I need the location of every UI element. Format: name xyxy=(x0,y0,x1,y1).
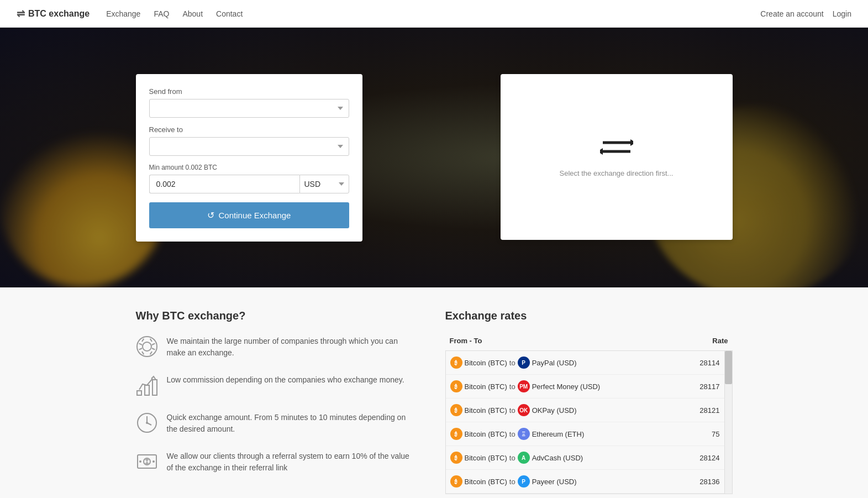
main-content: Why BTC exchange? xyxy=(103,287,766,498)
brand-name: BTC exchange xyxy=(28,9,90,19)
scrollbar-thumb[interactable] xyxy=(725,351,732,384)
hero-section: Send from Receive to Min amount 0.002 BT… xyxy=(0,28,868,287)
svg-point-26 xyxy=(139,460,141,463)
from-label: Bitcoin (BTC) xyxy=(465,454,507,462)
why-section: Why BTC exchange? xyxy=(136,310,412,494)
why-item-4: We allow our clients through a referral … xyxy=(136,450,412,474)
nav-contact[interactable]: Contact xyxy=(216,9,243,18)
table-row[interactable]: ₿ Bitcoin (BTC) to A AdvCash (USD) 28124 xyxy=(446,446,724,470)
rates-table-wrapper[interactable]: ₿ Bitcoin (BTC) to P PayPal (USD) 28114 … xyxy=(446,351,724,494)
from-badge: ₿ xyxy=(450,357,462,369)
from-to-cell: ₿ Bitcoin (BTC) to Ξ Ethereum (ETH) xyxy=(446,422,682,446)
rate-value: 28124 xyxy=(681,446,724,470)
svg-line-9 xyxy=(152,348,155,350)
login-link[interactable]: Login xyxy=(833,9,851,18)
send-from-label: Send from xyxy=(149,87,349,96)
table-row[interactable]: ₿ Bitcoin (BTC) to P PayPal (USD) 28114 xyxy=(446,351,724,375)
to-arrow: to xyxy=(509,454,515,462)
why-text-4: We allow our clients through a referral … xyxy=(167,450,412,474)
send-from-select[interactable] xyxy=(149,99,349,118)
rates-data-table: ₿ Bitcoin (BTC) to P PayPal (USD) 28114 … xyxy=(446,351,724,494)
rates-title: Exchange rates xyxy=(445,310,733,322)
brand-logo[interactable]: ⇌ BTC exchange xyxy=(17,8,90,20)
from-label: Bitcoin (BTC) xyxy=(465,382,507,391)
to-badge: Ξ xyxy=(518,428,530,440)
why-text-1: We maintain the large number of companie… xyxy=(167,336,412,359)
dollar-icon xyxy=(136,450,158,473)
svg-point-27 xyxy=(152,460,155,463)
to-badge: OK xyxy=(518,404,530,416)
table-row[interactable]: ₿ Bitcoin (BTC) to P Payeer (USD) 28136 xyxy=(446,470,724,494)
table-row[interactable]: ₿ Bitcoin (BTC) to PM Perfect Money (USD… xyxy=(446,375,724,399)
amount-input[interactable] xyxy=(149,175,299,193)
svg-marker-1 xyxy=(630,139,633,146)
to-arrow: to xyxy=(509,430,515,438)
rate-value: 28117 xyxy=(681,375,724,399)
svg-point-20 xyxy=(146,422,148,424)
nav-links: Exchange FAQ About Contact xyxy=(106,9,760,18)
to-label: Payeer (USD) xyxy=(532,478,577,486)
from-badge: ₿ xyxy=(450,452,462,464)
navbar: ⇌ BTC exchange Exchange FAQ About Contac… xyxy=(0,0,868,28)
nav-right: Create an account Login xyxy=(760,9,851,18)
from-to-cell: ₿ Bitcoin (BTC) to OK OKPay (USD) xyxy=(446,399,682,422)
to-arrow: to xyxy=(509,359,515,367)
col-rate: Rate xyxy=(626,331,733,351)
from-badge: ₿ xyxy=(450,475,462,487)
table-row[interactable]: ₿ Bitcoin (BTC) to Ξ Ethereum (ETH) 75 xyxy=(446,422,724,446)
why-item-3: Quick exchange amount. From 5 minutes to… xyxy=(136,412,412,435)
from-label: Bitcoin (BTC) xyxy=(465,430,507,438)
svg-marker-3 xyxy=(600,148,603,155)
rate-value: 28121 xyxy=(681,399,724,422)
to-badge: A xyxy=(518,452,530,464)
nav-about[interactable]: About xyxy=(182,9,203,18)
to-badge: PM xyxy=(518,380,530,392)
svg-line-8 xyxy=(152,343,155,345)
to-label: AdvCash (USD) xyxy=(532,454,583,462)
hero-content: Send from Receive to Min amount 0.002 BT… xyxy=(103,74,766,242)
from-badge: ₿ xyxy=(450,380,462,392)
table-row[interactable]: ₿ Bitcoin (BTC) to OK OKPay (USD) 28121 xyxy=(446,399,724,422)
svg-line-13 xyxy=(139,343,141,345)
why-item-2: Low commission depending on the companie… xyxy=(136,374,412,396)
svg-line-12 xyxy=(139,348,141,350)
amount-row: USD EUR BTC xyxy=(149,175,349,193)
scrollbar-track[interactable] xyxy=(724,351,732,494)
svg-rect-15 xyxy=(145,385,149,395)
from-to-cell: ₿ Bitcoin (BTC) to P PayPal (USD) xyxy=(446,351,682,375)
from-label: Bitcoin (BTC) xyxy=(465,478,507,486)
rate-hint: Select the exchange direction first... xyxy=(560,169,674,177)
to-arrow: to xyxy=(509,478,515,486)
svg-line-7 xyxy=(150,339,151,342)
why-item-1: We maintain the large number of companie… xyxy=(136,336,412,359)
svg-line-10 xyxy=(150,352,151,354)
exchange-card: Send from Receive to Min amount 0.002 BT… xyxy=(136,74,362,242)
refresh-icon: ↺ xyxy=(207,210,214,221)
create-account-link[interactable]: Create an account xyxy=(760,9,823,18)
nav-faq[interactable]: FAQ xyxy=(154,9,169,18)
to-badge: P xyxy=(518,357,530,369)
to-badge: P xyxy=(518,475,530,487)
min-amount-label: Min amount 0.002 BTC xyxy=(149,164,349,171)
arrows-svg xyxy=(600,136,633,158)
why-text-3: Quick exchange amount. From 5 minutes to… xyxy=(167,412,412,435)
lifesaver-icon xyxy=(136,336,158,358)
col-from-to: From - To xyxy=(445,331,626,351)
why-title: Why BTC exchange? xyxy=(136,310,412,322)
chart-icon xyxy=(136,374,158,396)
currency-select[interactable]: USD EUR BTC xyxy=(299,175,349,193)
from-to-cell: ₿ Bitcoin (BTC) to PM Perfect Money (USD… xyxy=(446,375,682,399)
svg-line-6 xyxy=(142,339,144,342)
to-arrow: to xyxy=(509,406,515,415)
svg-point-5 xyxy=(143,342,151,351)
rate-value: 28136 xyxy=(681,470,724,494)
receive-to-select[interactable] xyxy=(149,137,349,156)
nav-exchange[interactable]: Exchange xyxy=(106,9,140,18)
to-label: Perfect Money (USD) xyxy=(532,382,601,391)
from-to-cell: ₿ Bitcoin (BTC) to A AdvCash (USD) xyxy=(446,446,682,470)
to-label: OKPay (USD) xyxy=(532,406,577,415)
to-arrow: to xyxy=(509,382,515,391)
from-badge: ₿ xyxy=(450,404,462,416)
to-label: PayPal (USD) xyxy=(532,359,577,367)
continue-exchange-button[interactable]: ↺ Continue Exchange xyxy=(149,202,349,228)
